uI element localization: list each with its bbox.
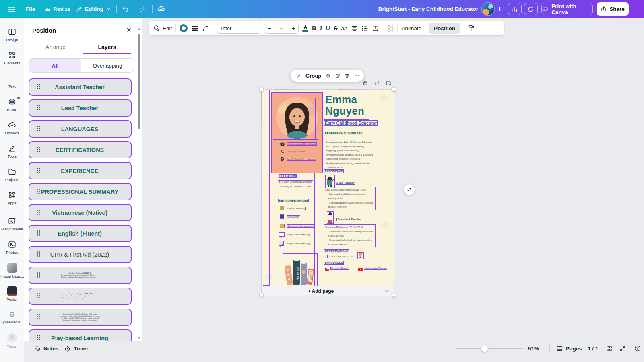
more-options-icon[interactable] (354, 72, 359, 79)
strikethrough-button[interactable]: S (334, 25, 338, 31)
experience-title[interactable]: EXPERIENCE (324, 169, 344, 173)
sidebar-item-text[interactable]: Text (0, 70, 24, 93)
duplicate-page-icon[interactable] (374, 80, 380, 86)
layer-row-languages[interactable]: LANGUAGES (29, 120, 132, 138)
magic-edit-icon[interactable] (295, 72, 301, 79)
pages-button[interactable]: Pages (556, 344, 582, 352)
decrease-font-icon[interactable]: − (268, 25, 271, 31)
zoom-value[interactable]: 51% (528, 344, 539, 352)
competencies-title[interactable]: KEY COMPETENCIES (278, 199, 309, 202)
font-size-stepper[interactable]: − -- + (264, 23, 299, 34)
competency-item[interactable]: Classroom Management (287, 224, 314, 228)
job-block[interactable]: Little Steps Kindergarten (2019–2024) • … (324, 187, 376, 210)
position-button[interactable]: Position (429, 23, 460, 34)
drag-handle-icon[interactable] (37, 272, 41, 278)
competency-icon[interactable] (280, 206, 284, 210)
sidebar-item-design[interactable]: Design (0, 23, 24, 46)
layer-row-assistant-teacher[interactable]: Assistant Teacher (29, 78, 132, 96)
sidebar-item-poster[interactable]: Poster (0, 282, 24, 306)
print-with-canva-button[interactable]: Print with Canva (541, 3, 593, 15)
scroll-down-icon[interactable]: ▼ (138, 336, 141, 340)
layer-row-vietnamese[interactable]: Vietnamese (Native) (29, 204, 132, 221)
avatar[interactable] (482, 3, 494, 15)
filter-all[interactable]: All (29, 59, 81, 72)
layer-row-certifications[interactable]: CERTIFICATIONS (29, 141, 132, 158)
lock-page-icon[interactable] (362, 80, 368, 86)
main-menu-button[interactable] (7, 0, 16, 18)
contact-email[interactable]: emma.nguyen@email.com (287, 142, 317, 146)
scroll-up-icon[interactable]: ▲ (138, 27, 141, 31)
color-swatch[interactable] (180, 24, 188, 32)
sidebar-item-elements[interactable]: Elements (0, 46, 24, 70)
competency-icon[interactable] (279, 232, 285, 237)
drag-handle-icon[interactable] (37, 105, 41, 111)
duplicate-icon[interactable] (335, 72, 340, 79)
drag-handle-icon[interactable] (37, 293, 41, 299)
teacher-illustration[interactable] (327, 211, 334, 224)
text-case-button[interactable]: aA (341, 25, 348, 31)
job-block[interactable]: Sunshine Playhouse (2016–2019) • Assiste… (324, 224, 376, 247)
certification-item[interactable]: CPR & First Aid (2022) (327, 255, 353, 258)
group-button[interactable]: Group (305, 73, 321, 79)
competency-item[interactable]: Storytelling (287, 215, 300, 218)
drag-handle-icon[interactable] (37, 147, 41, 153)
grid-view-button[interactable] (606, 344, 613, 352)
delete-icon[interactable] (345, 72, 349, 79)
stroke-weight-button[interactable] (191, 25, 198, 31)
layer-row-professional-summary[interactable]: PROFESSIONAL SUMMARY (29, 183, 132, 200)
increase-font-icon[interactable]: + (292, 25, 295, 31)
design-page[interactable]: emma.nguyen@email.com +84 912 345 678 Ho… (262, 89, 394, 286)
competency-icon[interactable] (280, 214, 284, 219)
selection-handle-bottom-left[interactable] (259, 293, 264, 297)
sidebar-item-projects[interactable]: Projects (0, 163, 24, 186)
editing-mode-dropdown[interactable]: Editing (76, 0, 111, 18)
document-title[interactable]: BrightStart - Early Childhood Educator (378, 0, 478, 18)
undo-button[interactable] (122, 0, 129, 18)
selection-handle-top-left[interactable] (259, 87, 264, 92)
competency-icon[interactable] (279, 241, 284, 246)
layer-row-lead-teacher[interactable]: Lead Teacher (29, 99, 132, 117)
layer-row-play-based-learning[interactable]: Play-based Learning (29, 329, 132, 341)
share-button[interactable]: Share (597, 2, 629, 16)
zoom-slider-thumb[interactable] (481, 345, 488, 352)
underline-button[interactable]: U (326, 25, 330, 31)
copy-style-button[interactable] (468, 25, 475, 32)
competency-item[interactable]: Play-based Learning (287, 233, 310, 236)
file-menu-button[interactable]: File (26, 0, 35, 18)
layer-row-english[interactable]: English (Fluent) (29, 225, 132, 242)
bold-button[interactable]: B (312, 25, 316, 31)
comments-button[interactable] (524, 3, 538, 15)
font-family-select[interactable]: Inter (217, 23, 260, 34)
line-curve-button[interactable] (202, 25, 209, 32)
layer-row-sunshine-paragraph[interactable]: Sunshine Playhouse (2016–2019) Assisted … (29, 267, 132, 284)
contact-phone[interactable]: +84 912 345 678 (287, 150, 306, 153)
job-role[interactable]: Assistant Teacher (336, 218, 362, 221)
teacher-illustration[interactable] (325, 175, 335, 188)
drag-handle-icon[interactable] (37, 189, 41, 195)
list-button[interactable] (361, 25, 368, 31)
language-item[interactable]: English (Fluent) (330, 267, 349, 270)
redo-button[interactable] (138, 0, 146, 18)
drag-handle-icon[interactable] (37, 335, 41, 341)
certifications-title[interactable]: CERTIFICATIONS (324, 249, 349, 253)
sidebar-item-photos[interactable]: Photos (0, 236, 24, 259)
layer-row-cpr[interactable]: CPR & First Aid (2022) (29, 246, 132, 263)
add-page-icon[interactable] (386, 80, 392, 86)
zoom-slider[interactable] (456, 348, 523, 349)
education-school[interactable]: University of Education – 2016 (278, 185, 312, 188)
language-item[interactable]: Vietnamese (Native) (364, 267, 387, 270)
close-icon[interactable]: ✕ (126, 26, 132, 34)
drag-handle-icon[interactable] (37, 230, 41, 237)
sidebar-item-uploads[interactable]: Uploads (0, 116, 24, 140)
alignment-button[interactable] (351, 25, 358, 31)
resume-name[interactable]: EmmaNguyen (325, 94, 364, 117)
education-title[interactable]: EDUCATION (279, 174, 297, 178)
text-color-button[interactable]: A (302, 25, 308, 32)
sidebar-item-tracer[interactable]: Tracer (0, 329, 24, 352)
resume-role[interactable]: Early Childhood Educator (324, 120, 378, 126)
lock-icon[interactable] (326, 72, 330, 79)
education-degree[interactable]: B.A. Early Childhood Education (278, 180, 313, 183)
edit-button[interactable]: Edit (153, 25, 172, 32)
invite-members-button[interactable] (496, 0, 502, 18)
drag-handle-icon[interactable] (37, 168, 41, 174)
